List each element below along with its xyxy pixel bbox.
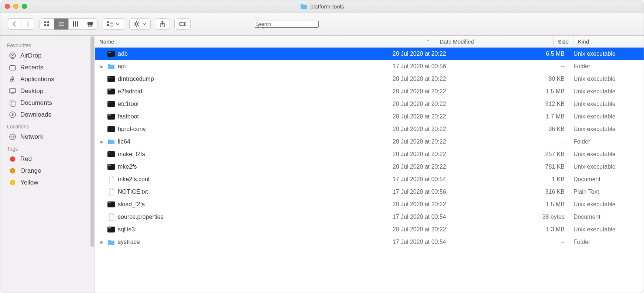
- file-name: hprof-conv: [118, 126, 146, 132]
- file-kind: Unix executable: [573, 76, 644, 82]
- back-button[interactable]: [8, 18, 21, 30]
- icon-view-button[interactable]: [40, 18, 54, 30]
- chevron-down-icon: [142, 22, 147, 26]
- file-row[interactable]: source.properties17 Jul 2020 at 00:5438 …: [95, 211, 644, 223]
- file-type-icon: [107, 50, 115, 58]
- file-type-icon: [107, 226, 115, 233]
- disclosure-triangle-icon[interactable]: ▶: [99, 139, 105, 144]
- file-type-icon: [107, 176, 115, 183]
- file-row[interactable]: mke2fs20 Jul 2020 at 20:22781 KBUnix exe…: [95, 161, 644, 173]
- file-type-icon: [107, 63, 115, 70]
- file-kind: Unix executable: [573, 101, 644, 107]
- file-type-icon: [107, 100, 115, 108]
- file-size: 1 KB: [511, 176, 573, 183]
- sidebar-item-apps[interactable]: Applications: [5, 73, 89, 85]
- file-name: make_f2fs: [118, 151, 145, 158]
- desktop-icon: [8, 87, 17, 95]
- file-kind: Unix executable: [573, 113, 644, 120]
- column-header-name[interactable]: Name ⌃: [95, 36, 435, 47]
- column-header-date[interactable]: Date Modified: [435, 36, 554, 47]
- file-date: 20 Jul 2020 at 20:22: [393, 138, 511, 145]
- search-field-wrap: [255, 21, 636, 28]
- sidebar-item-recents[interactable]: Recents: [5, 62, 89, 73]
- action-menu-button[interactable]: [129, 18, 151, 30]
- toolbar: [0, 13, 644, 36]
- search-input[interactable]: [255, 21, 319, 28]
- sidebar-item-documents[interactable]: Documents: [5, 97, 89, 109]
- file-kind: Folder: [573, 138, 644, 145]
- file-row[interactable]: adb20 Jul 2020 at 20:226.5 MBUnix execut…: [95, 48, 644, 60]
- forward-button[interactable]: [21, 18, 34, 30]
- column-headers: Name ⌃ Date Modified Size Kind: [95, 36, 644, 48]
- file-date: 20 Jul 2020 at 20:22: [393, 126, 511, 132]
- file-type-icon: [107, 201, 115, 208]
- sidebar-section-header: Tags: [5, 143, 95, 153]
- file-size: 1.7 MB: [511, 113, 573, 120]
- file-row[interactable]: ▶lib6420 Jul 2020 at 20:22--Folder: [95, 135, 644, 148]
- file-kind: Folder: [573, 239, 644, 245]
- file-size: --: [511, 239, 573, 245]
- file-size: 36 KB: [511, 126, 573, 132]
- file-row[interactable]: sload_f2fs20 Jul 2020 at 20:221.5 MBUnix…: [95, 198, 644, 211]
- column-view-button[interactable]: [68, 18, 83, 30]
- file-row[interactable]: NOTICE.txt17 Jul 2020 at 00:56316 KBPlai…: [95, 186, 644, 198]
- file-size: 6.5 MB: [511, 51, 573, 57]
- file-size: 316 KB: [511, 189, 573, 195]
- sidebar-item-label: Downloads: [20, 111, 51, 118]
- sidebar-item-tag-red[interactable]: Red: [5, 153, 89, 165]
- sidebar-item-downloads[interactable]: Downloads: [5, 109, 89, 121]
- file-date: 17 Jul 2020 at 00:56: [393, 189, 511, 195]
- list-view-button[interactable]: [54, 18, 68, 30]
- file-date: 20 Jul 2020 at 20:22: [393, 76, 511, 82]
- file-type-icon: [107, 113, 115, 120]
- sidebar-item-airdrop[interactable]: AirDrop: [5, 50, 89, 62]
- file-row[interactable]: dmtracedump20 Jul 2020 at 20:2280 KBUnix…: [95, 73, 644, 85]
- file-kind: Unix executable: [573, 151, 644, 158]
- sidebar-item-label: Red: [20, 155, 32, 163]
- file-kind: Plain Text: [573, 189, 644, 195]
- file-row[interactable]: hprof-conv20 Jul 2020 at 20:2236 KBUnix …: [95, 123, 644, 135]
- airdrop-icon: [8, 52, 17, 60]
- file-row[interactable]: fastboot20 Jul 2020 at 20:221.7 MBUnix e…: [95, 110, 644, 123]
- file-type-icon: [107, 238, 115, 246]
- file-type-icon: [107, 125, 115, 133]
- file-row[interactable]: etc1tool20 Jul 2020 at 20:22312 KBUnix e…: [95, 98, 644, 110]
- disclosure-triangle-icon[interactable]: ▶: [99, 64, 105, 69]
- finder-window: platform-tools: [0, 0, 644, 293]
- file-name: fastboot: [118, 113, 139, 120]
- file-kind: Unix executable: [573, 226, 644, 233]
- file-row[interactable]: e2fsdroid20 Jul 2020 at 20:221.5 MBUnix …: [95, 85, 644, 98]
- file-size: --: [511, 138, 573, 145]
- sidebar-item-tag-yellow[interactable]: Yellow: [5, 177, 89, 189]
- sidebar-item-desktop[interactable]: Desktop: [5, 85, 89, 97]
- file-name: source.properties: [118, 214, 164, 220]
- sidebar-item-tag-orange[interactable]: Orange: [5, 165, 89, 177]
- sidebar-item-label: Orange: [20, 167, 41, 175]
- column-header-size[interactable]: Size: [554, 36, 573, 47]
- apps-icon: [8, 75, 17, 83]
- disclosure-triangle-icon[interactable]: ▶: [99, 240, 105, 245]
- file-row[interactable]: mke2fs.conf17 Jul 2020 at 00:541 KBDocum…: [95, 173, 644, 186]
- view-mode-buttons: [40, 18, 97, 30]
- sidebar-scrollbar[interactable]: [90, 37, 94, 247]
- gallery-view-button[interactable]: [83, 18, 97, 30]
- file-type-icon: [107, 138, 115, 145]
- title-bar: platform-tools: [0, 0, 644, 13]
- file-row[interactable]: sqlite320 Jul 2020 at 20:221.3 MBUnix ex…: [95, 223, 644, 236]
- file-name: api: [118, 63, 126, 70]
- file-name: lib64: [118, 138, 130, 145]
- share-button[interactable]: [156, 18, 169, 30]
- file-size: 257 KB: [511, 151, 573, 158]
- file-name: systrace: [118, 239, 140, 245]
- file-size: 1.5 MB: [511, 201, 573, 208]
- file-name: e2fsdroid: [118, 88, 142, 95]
- file-row[interactable]: ▶api17 Jul 2020 at 00:56--Folder: [95, 60, 644, 73]
- column-header-kind[interactable]: Kind: [573, 36, 644, 47]
- file-row[interactable]: make_f2fs20 Jul 2020 at 20:22257 KBUnix …: [95, 148, 644, 161]
- group-by-button[interactable]: [103, 18, 124, 30]
- file-row[interactable]: ▶systrace17 Jul 2020 at 00:54--Folder: [95, 236, 644, 248]
- sidebar-item-network[interactable]: Network: [5, 131, 89, 143]
- sidebar-item-label: Documents: [20, 99, 52, 107]
- search-icon: [258, 23, 264, 29]
- tags-button[interactable]: [174, 18, 191, 30]
